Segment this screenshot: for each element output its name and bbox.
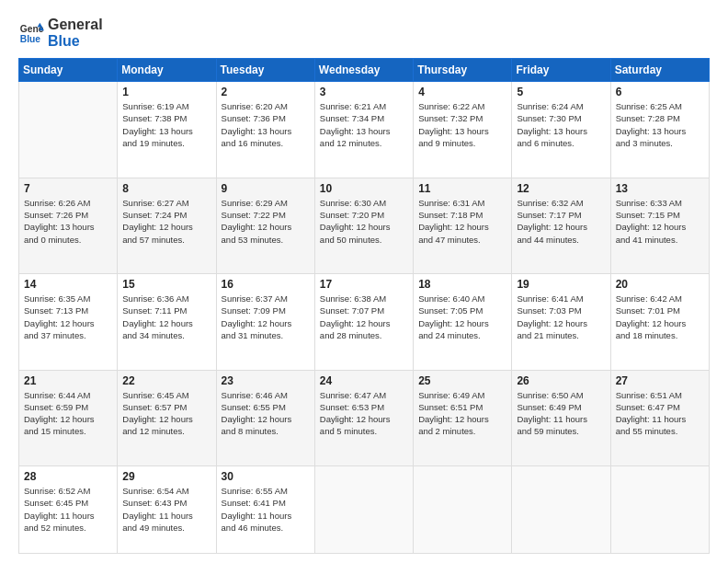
logo-icon: General Blue — [18, 20, 44, 46]
day-info: Sunrise: 6:49 AM Sunset: 6:51 PM Dayligh… — [418, 389, 506, 438]
day-cell: 23Sunrise: 6:46 AM Sunset: 6:55 PM Dayli… — [216, 370, 314, 465]
day-info: Sunrise: 6:51 AM Sunset: 6:47 PM Dayligh… — [616, 389, 704, 438]
day-number: 24 — [320, 374, 408, 387]
day-number: 16 — [222, 278, 310, 291]
day-number: 19 — [517, 278, 605, 291]
day-cell: 24Sunrise: 6:47 AM Sunset: 6:53 PM Dayli… — [314, 370, 413, 465]
week-row-3: 14Sunrise: 6:35 AM Sunset: 7:13 PM Dayli… — [19, 274, 710, 370]
day-info: Sunrise: 6:30 AM Sunset: 7:20 PM Dayligh… — [320, 197, 408, 246]
logo: General Blue General Blue — [18, 17, 103, 49]
week-row-2: 7Sunrise: 6:26 AM Sunset: 7:26 PM Daylig… — [19, 178, 710, 273]
weekday-saturday: Saturday — [610, 59, 709, 82]
day-info: Sunrise: 6:24 AM Sunset: 7:30 PM Dayligh… — [517, 100, 605, 149]
day-number: 25 — [418, 374, 506, 387]
day-info: Sunrise: 6:35 AM Sunset: 7:13 PM Dayligh… — [24, 293, 112, 341]
day-info: Sunrise: 6:33 AM Sunset: 7:15 PM Dayligh… — [616, 197, 704, 246]
day-info: Sunrise: 6:21 AM Sunset: 7:34 PM Dayligh… — [320, 100, 408, 149]
day-info: Sunrise: 6:46 AM Sunset: 6:55 PM Dayligh… — [222, 389, 310, 438]
logo-text-general: General — [48, 17, 103, 33]
day-number: 8 — [122, 182, 210, 195]
weekday-monday: Monday — [118, 59, 216, 82]
day-info: Sunrise: 6:32 AM Sunset: 7:17 PM Dayligh… — [517, 197, 605, 246]
day-number: 12 — [517, 182, 605, 195]
day-cell: 22Sunrise: 6:45 AM Sunset: 6:57 PM Dayli… — [118, 370, 216, 465]
day-cell: 13Sunrise: 6:33 AM Sunset: 7:15 PM Dayli… — [610, 178, 709, 273]
day-cell: 14Sunrise: 6:35 AM Sunset: 7:13 PM Dayli… — [19, 274, 118, 370]
day-info: Sunrise: 6:26 AM Sunset: 7:26 PM Dayligh… — [24, 197, 112, 246]
day-number: 20 — [616, 278, 704, 291]
day-cell: 29Sunrise: 6:54 AM Sunset: 6:43 PM Dayli… — [118, 466, 216, 554]
day-info: Sunrise: 6:50 AM Sunset: 6:49 PM Dayligh… — [517, 389, 605, 438]
day-cell: 18Sunrise: 6:40 AM Sunset: 7:05 PM Dayli… — [414, 274, 512, 370]
day-cell: 26Sunrise: 6:50 AM Sunset: 6:49 PM Dayli… — [512, 370, 610, 465]
day-info: Sunrise: 6:38 AM Sunset: 7:07 PM Dayligh… — [320, 293, 408, 341]
day-info: Sunrise: 6:42 AM Sunset: 7:01 PM Dayligh… — [616, 293, 704, 341]
day-cell: 15Sunrise: 6:36 AM Sunset: 7:11 PM Dayli… — [118, 274, 216, 370]
day-number: 3 — [320, 86, 408, 98]
day-number: 22 — [122, 374, 210, 387]
calendar-header: SundayMondayTuesdayWednesdayThursdayFrid… — [19, 59, 710, 82]
weekday-friday: Friday — [512, 59, 610, 82]
day-number: 5 — [517, 86, 605, 98]
day-cell: 7Sunrise: 6:26 AM Sunset: 7:26 PM Daylig… — [19, 178, 118, 273]
day-number: 11 — [418, 182, 506, 195]
day-number: 7 — [24, 182, 112, 195]
day-number: 17 — [320, 278, 408, 291]
day-cell: 9Sunrise: 6:29 AM Sunset: 7:22 PM Daylig… — [216, 178, 314, 273]
week-row-5: 28Sunrise: 6:52 AM Sunset: 6:45 PM Dayli… — [19, 466, 710, 554]
day-cell: 11Sunrise: 6:31 AM Sunset: 7:18 PM Dayli… — [414, 178, 512, 273]
weekday-header-row: SundayMondayTuesdayWednesdayThursdayFrid… — [19, 59, 710, 82]
svg-text:Blue: Blue — [20, 34, 41, 44]
day-cell: 19Sunrise: 6:41 AM Sunset: 7:03 PM Dayli… — [512, 274, 610, 370]
day-number: 13 — [616, 182, 704, 195]
day-info: Sunrise: 6:20 AM Sunset: 7:36 PM Dayligh… — [222, 100, 310, 149]
day-info: Sunrise: 6:55 AM Sunset: 6:41 PM Dayligh… — [222, 485, 310, 534]
day-number: 27 — [616, 374, 704, 387]
week-row-1: 1Sunrise: 6:19 AM Sunset: 7:38 PM Daylig… — [19, 82, 710, 178]
day-cell — [19, 82, 118, 178]
day-cell: 20Sunrise: 6:42 AM Sunset: 7:01 PM Dayli… — [610, 274, 709, 370]
day-cell: 12Sunrise: 6:32 AM Sunset: 7:17 PM Dayli… — [512, 178, 610, 273]
day-cell — [414, 466, 512, 554]
day-info: Sunrise: 6:22 AM Sunset: 7:32 PM Dayligh… — [418, 100, 506, 149]
day-info: Sunrise: 6:44 AM Sunset: 6:59 PM Dayligh… — [24, 389, 112, 438]
day-number: 30 — [222, 470, 310, 483]
day-number: 21 — [24, 374, 112, 387]
day-cell: 16Sunrise: 6:37 AM Sunset: 7:09 PM Dayli… — [216, 274, 314, 370]
day-cell — [314, 466, 413, 554]
weekday-thursday: Thursday — [414, 59, 512, 82]
day-number: 14 — [24, 278, 112, 291]
day-cell: 27Sunrise: 6:51 AM Sunset: 6:47 PM Dayli… — [610, 370, 709, 465]
day-number: 10 — [320, 182, 408, 195]
day-number: 2 — [222, 86, 310, 98]
week-row-4: 21Sunrise: 6:44 AM Sunset: 6:59 PM Dayli… — [19, 370, 710, 465]
day-info: Sunrise: 6:52 AM Sunset: 6:45 PM Dayligh… — [24, 485, 112, 534]
day-info: Sunrise: 6:19 AM Sunset: 7:38 PM Dayligh… — [122, 100, 210, 149]
day-cell — [610, 466, 709, 554]
day-cell: 8Sunrise: 6:27 AM Sunset: 7:24 PM Daylig… — [118, 178, 216, 273]
day-cell: 17Sunrise: 6:38 AM Sunset: 7:07 PM Dayli… — [314, 274, 413, 370]
day-number: 4 — [418, 86, 506, 98]
calendar-table: SundayMondayTuesdayWednesdayThursdayFrid… — [18, 58, 710, 554]
day-info: Sunrise: 6:25 AM Sunset: 7:28 PM Dayligh… — [616, 100, 704, 149]
day-cell: 28Sunrise: 6:52 AM Sunset: 6:45 PM Dayli… — [19, 466, 118, 554]
day-number: 28 — [24, 470, 112, 483]
day-number: 6 — [616, 86, 704, 98]
day-number: 15 — [122, 278, 210, 291]
day-info: Sunrise: 6:40 AM Sunset: 7:05 PM Dayligh… — [418, 293, 506, 341]
day-number: 23 — [222, 374, 310, 387]
day-cell: 3Sunrise: 6:21 AM Sunset: 7:34 PM Daylig… — [314, 82, 413, 178]
day-cell: 10Sunrise: 6:30 AM Sunset: 7:20 PM Dayli… — [314, 178, 413, 273]
day-info: Sunrise: 6:47 AM Sunset: 6:53 PM Dayligh… — [320, 389, 408, 438]
day-info: Sunrise: 6:31 AM Sunset: 7:18 PM Dayligh… — [418, 197, 506, 246]
day-info: Sunrise: 6:54 AM Sunset: 6:43 PM Dayligh… — [122, 485, 210, 534]
day-number: 26 — [517, 374, 605, 387]
day-number: 18 — [418, 278, 506, 291]
day-cell: 6Sunrise: 6:25 AM Sunset: 7:28 PM Daylig… — [610, 82, 709, 178]
logo-text-blue: Blue — [48, 33, 103, 50]
calendar-body: 1Sunrise: 6:19 AM Sunset: 7:38 PM Daylig… — [19, 82, 710, 554]
page: General Blue General Blue SundayMondayTu… — [0, 0, 728, 563]
day-cell: 30Sunrise: 6:55 AM Sunset: 6:41 PM Dayli… — [216, 466, 314, 554]
day-cell: 2Sunrise: 6:20 AM Sunset: 7:36 PM Daylig… — [216, 82, 314, 178]
day-info: Sunrise: 6:27 AM Sunset: 7:24 PM Dayligh… — [122, 197, 210, 246]
